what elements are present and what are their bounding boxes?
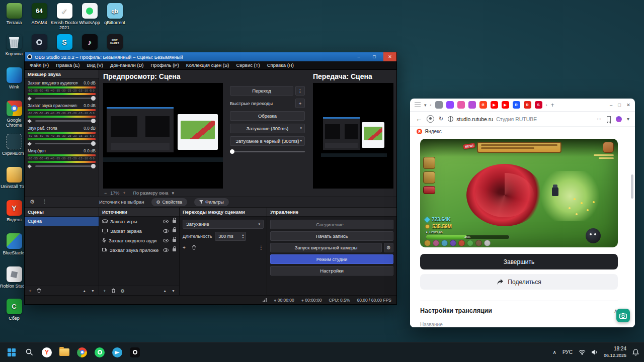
fit-to-window[interactable]: По размеру окна bbox=[133, 191, 169, 196]
taskbar-telegram[interactable] bbox=[111, 346, 124, 359]
source-row-game-capture[interactable]: Захват игры bbox=[99, 217, 179, 226]
source-row-app-audio[interactable]: Захват звука приложе bbox=[99, 245, 179, 255]
tabs-chevron-down-icon[interactable]: ▾ bbox=[424, 103, 427, 108]
quick-transition-fade[interactable]: Затухание (300ms) ▾ bbox=[230, 124, 305, 133]
menu-help[interactable]: Справка (H) bbox=[264, 62, 297, 68]
lock-icon[interactable] bbox=[173, 239, 176, 242]
chevron-down-icon[interactable]: ▾ bbox=[300, 139, 302, 143]
speaker-icon[interactable] bbox=[28, 142, 33, 146]
bookmark-icon[interactable] bbox=[607, 116, 611, 122]
add-source-button[interactable]: + bbox=[103, 288, 106, 294]
speaker-icon[interactable] bbox=[28, 97, 33, 101]
transition-menu-button[interactable]: ⋮ bbox=[295, 86, 305, 96]
desktop-icon-kerish-doctor[interactable]: ✓ Kerish Doctor 2021 bbox=[50, 3, 78, 31]
transition-slider[interactable] bbox=[230, 151, 305, 152]
taskbar-yandex-browser[interactable]: Y bbox=[40, 346, 53, 359]
bookmark-yandex[interactable]: Яндекс bbox=[425, 129, 442, 134]
browser-minimize-button[interactable]: – bbox=[610, 102, 612, 108]
sources-header[interactable]: Источники bbox=[99, 208, 179, 217]
add-quick-transition-button[interactable]: + bbox=[295, 99, 305, 108]
start-recording-button[interactable]: Начать запись bbox=[270, 231, 393, 241]
tab-favicon-red-site[interactable]: S bbox=[535, 101, 542, 109]
lock-icon[interactable] bbox=[173, 220, 176, 223]
start-streaming-button[interactable]: Соединение... bbox=[270, 220, 393, 229]
finish-stream-button[interactable]: Завершить bbox=[420, 254, 618, 269]
mixer-gear-icon[interactable]: ⚙ bbox=[30, 199, 35, 205]
minimize-button[interactable]: – bbox=[352, 52, 365, 61]
toolbar-chevron-down-icon[interactable]: ▾ bbox=[627, 116, 629, 122]
chevron-down-icon[interactable]: ▾ bbox=[172, 191, 175, 196]
maximize-button[interactable]: □ bbox=[368, 52, 381, 61]
broadcast-settings-section[interactable]: Настройки трансляции ∧ bbox=[420, 307, 618, 314]
tab-favicon-violet-site[interactable] bbox=[468, 101, 476, 109]
wifi-icon[interactable] bbox=[579, 349, 586, 355]
filters-button[interactable]: Фильтры bbox=[194, 198, 229, 206]
transition-select[interactable]: Затухание ▾ bbox=[183, 220, 264, 229]
profile-icon[interactable] bbox=[427, 115, 434, 123]
quick-transition-cut[interactable]: Обрезка bbox=[230, 111, 305, 121]
scene-up-button[interactable]: ▲ bbox=[83, 289, 86, 293]
browser-maximize-button[interactable]: □ bbox=[618, 102, 621, 108]
scene-down-button[interactable]: ▼ bbox=[91, 289, 95, 293]
properties-button[interactable]: ⚙ Свойства bbox=[151, 198, 188, 206]
zoom-in-icon[interactable]: + bbox=[123, 191, 125, 196]
desktop-icon-qbittorrent[interactable]: qb qBittorrent bbox=[101, 3, 129, 25]
menu-profile[interactable]: Профиль (P) bbox=[147, 62, 183, 68]
volume-slider[interactable] bbox=[35, 143, 96, 144]
speaker-icon[interactable] bbox=[28, 164, 33, 168]
menu-edit[interactable]: Правка (E) bbox=[52, 62, 83, 68]
tab-favicon-rutube-blue[interactable]: R bbox=[513, 101, 520, 109]
tab-favicon-purple-site[interactable] bbox=[446, 101, 454, 109]
speaker-icon[interactable] bbox=[28, 119, 33, 123]
chevron-down-icon[interactable]: ▾ bbox=[300, 126, 302, 130]
start-button[interactable] bbox=[5, 346, 18, 359]
scenes-header[interactable]: Сцены bbox=[25, 208, 99, 217]
scrollbar-thumb[interactable] bbox=[631, 174, 633, 199]
quick-transition-fade-to-black[interactable]: Затухание в чёрный (300ms) ▾ bbox=[230, 136, 305, 146]
transition-button[interactable]: Переход bbox=[230, 86, 293, 96]
search-button[interactable] bbox=[23, 346, 36, 359]
scene-transitions-header[interactable]: Переходы между сценами bbox=[180, 208, 267, 217]
source-down-button[interactable]: ▼ bbox=[172, 289, 175, 293]
reload-icon[interactable]: ↻ bbox=[439, 116, 443, 122]
scene-item-selected[interactable]: Сцена bbox=[25, 217, 99, 226]
source-up-button[interactable]: ▲ bbox=[163, 289, 167, 293]
remove-transition-button[interactable] bbox=[192, 245, 196, 250]
sidebar-icon[interactable] bbox=[415, 103, 421, 107]
virtual-camera-settings-button[interactable]: ⚙ bbox=[384, 243, 393, 252]
source-row-audio-input[interactable]: Захват входного ауди bbox=[99, 236, 179, 245]
tab-favicon-pink-site[interactable] bbox=[457, 101, 465, 109]
tabs-scroll-left-icon[interactable]: ‹ bbox=[430, 103, 432, 108]
visibility-icon[interactable] bbox=[163, 220, 169, 223]
remove-scene-button[interactable] bbox=[37, 288, 41, 293]
add-scene-button[interactable]: + bbox=[29, 288, 32, 294]
alice-icon[interactable] bbox=[616, 116, 622, 122]
visibility-icon[interactable] bbox=[163, 248, 169, 252]
volume-slider[interactable] bbox=[35, 98, 96, 99]
share-button[interactable]: Поделиться bbox=[420, 274, 618, 290]
tab-favicon-youtube[interactable]: ▶ bbox=[491, 101, 498, 109]
program-canvas[interactable] bbox=[313, 83, 393, 189]
menu-tools[interactable]: Сервис (T) bbox=[232, 62, 263, 68]
taskbar-explorer[interactable] bbox=[58, 346, 71, 359]
duration-spinner[interactable]: 300 ms ▲▼ bbox=[215, 232, 246, 241]
controls-header[interactable]: Управление bbox=[267, 208, 396, 217]
transition-props-icon[interactable]: ⋮ bbox=[259, 245, 264, 250]
address-bar[interactable]: studio.rutube.ru Студия RUTUBE bbox=[448, 116, 592, 122]
menu-docks[interactable]: Док-панели (D) bbox=[107, 62, 147, 68]
obs-titlebar[interactable]: OBS Studio 32.0.2 – Профиль: Безымянный … bbox=[25, 52, 396, 61]
visibility-icon[interactable] bbox=[163, 229, 169, 233]
remove-source-button[interactable] bbox=[111, 288, 116, 293]
menu-file[interactable]: Файл (F) bbox=[26, 62, 52, 68]
language-indicator[interactable]: РУС bbox=[562, 349, 573, 355]
stream-preview[interactable]: NEW! 723.64K 535.59M ★ Level 46 49% bbox=[420, 139, 618, 247]
volume-icon[interactable] bbox=[592, 349, 598, 355]
lock-icon[interactable] bbox=[173, 248, 176, 251]
start-virtual-camera-button[interactable]: Запуск виртуальной камеры bbox=[270, 243, 382, 252]
browser-close-button[interactable]: ✕ bbox=[626, 102, 630, 108]
taskbar-chrome[interactable] bbox=[75, 346, 89, 359]
tab-favicon-yandex[interactable]: Я bbox=[479, 101, 487, 109]
tab-favicon-speaker[interactable] bbox=[435, 101, 443, 109]
mixer-dots-icon[interactable]: ⋮ bbox=[42, 199, 47, 205]
add-transition-button[interactable]: + bbox=[183, 245, 186, 250]
